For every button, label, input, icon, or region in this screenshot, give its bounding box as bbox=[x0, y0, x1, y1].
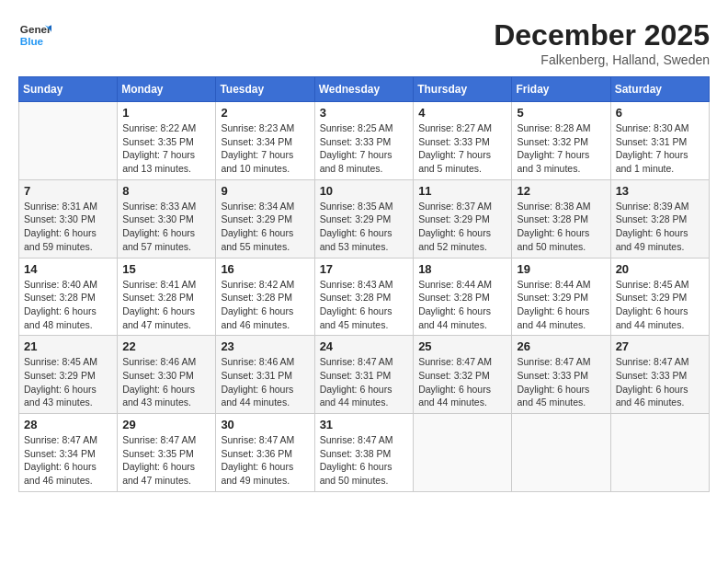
calendar-cell: 6Sunrise: 8:30 AM Sunset: 3:31 PM Daylig… bbox=[610, 102, 709, 180]
day-number: 14 bbox=[24, 262, 112, 276]
cell-content: Sunrise: 8:34 AM Sunset: 3:29 PM Dayligh… bbox=[221, 200, 309, 254]
calendar-cell: 9Sunrise: 8:34 AM Sunset: 3:29 PM Daylig… bbox=[216, 179, 314, 258]
cell-content: Sunrise: 8:27 AM Sunset: 3:33 PM Dayligh… bbox=[418, 121, 506, 176]
calendar-cell: 26Sunrise: 8:47 AM Sunset: 3:33 PM Dayli… bbox=[512, 336, 610, 414]
day-number: 30 bbox=[221, 418, 309, 431]
cell-content: Sunrise: 8:47 AM Sunset: 3:33 PM Dayligh… bbox=[517, 355, 605, 409]
header-friday: Friday bbox=[512, 77, 610, 102]
day-number: 23 bbox=[221, 339, 309, 353]
calendar-cell bbox=[610, 414, 709, 492]
day-number: 8 bbox=[122, 184, 210, 198]
day-number: 12 bbox=[517, 184, 605, 198]
page-header: General Blue December 2025 Falkenberg, H… bbox=[18, 18, 710, 67]
cell-content: Sunrise: 8:47 AM Sunset: 3:36 PM Dayligh… bbox=[221, 433, 309, 488]
day-number: 15 bbox=[122, 262, 210, 276]
calendar-cell: 30Sunrise: 8:47 AM Sunset: 3:36 PM Dayli… bbox=[216, 414, 314, 492]
cell-content: Sunrise: 8:43 AM Sunset: 3:28 PM Dayligh… bbox=[320, 278, 409, 332]
day-number: 29 bbox=[122, 418, 210, 431]
calendar-week-4: 21Sunrise: 8:45 AM Sunset: 3:29 PM Dayli… bbox=[19, 336, 710, 414]
month-title: December 2025 bbox=[494, 18, 710, 52]
calendar-cell: 20Sunrise: 8:45 AM Sunset: 3:29 PM Dayli… bbox=[610, 258, 709, 336]
cell-content: Sunrise: 8:44 AM Sunset: 3:29 PM Dayligh… bbox=[517, 278, 605, 332]
cell-content: Sunrise: 8:31 AM Sunset: 3:30 PM Dayligh… bbox=[24, 200, 112, 254]
svg-text:General: General bbox=[20, 23, 51, 35]
day-number: 5 bbox=[517, 106, 605, 120]
cell-content: Sunrise: 8:40 AM Sunset: 3:28 PM Dayligh… bbox=[24, 278, 112, 332]
calendar-cell: 3Sunrise: 8:25 AM Sunset: 3:33 PM Daylig… bbox=[314, 102, 414, 180]
calendar-cell bbox=[414, 414, 512, 492]
cell-content: Sunrise: 8:47 AM Sunset: 3:35 PM Dayligh… bbox=[122, 433, 210, 488]
cell-content: Sunrise: 8:30 AM Sunset: 3:31 PM Dayligh… bbox=[616, 121, 704, 176]
cell-content: Sunrise: 8:44 AM Sunset: 3:28 PM Dayligh… bbox=[418, 278, 506, 332]
header-tuesday: Tuesday bbox=[216, 77, 314, 102]
calendar-header-row: SundayMondayTuesdayWednesdayThursdayFrid… bbox=[19, 77, 710, 102]
calendar-cell: 13Sunrise: 8:39 AM Sunset: 3:28 PM Dayli… bbox=[610, 179, 709, 258]
calendar-cell: 17Sunrise: 8:43 AM Sunset: 3:28 PM Dayli… bbox=[314, 258, 414, 336]
day-number: 4 bbox=[418, 106, 506, 120]
header-thursday: Thursday bbox=[414, 77, 512, 102]
cell-content: Sunrise: 8:46 AM Sunset: 3:30 PM Dayligh… bbox=[122, 355, 210, 409]
cell-content: Sunrise: 8:41 AM Sunset: 3:28 PM Dayligh… bbox=[122, 278, 210, 332]
day-number: 24 bbox=[320, 339, 409, 353]
cell-content: Sunrise: 8:47 AM Sunset: 3:33 PM Dayligh… bbox=[616, 355, 704, 409]
day-number: 2 bbox=[221, 106, 309, 120]
cell-content: Sunrise: 8:46 AM Sunset: 3:31 PM Dayligh… bbox=[221, 355, 309, 409]
logo: General Blue bbox=[18, 18, 51, 52]
calendar-cell: 29Sunrise: 8:47 AM Sunset: 3:35 PM Dayli… bbox=[118, 414, 216, 492]
calendar-cell: 4Sunrise: 8:27 AM Sunset: 3:33 PM Daylig… bbox=[414, 102, 512, 180]
cell-content: Sunrise: 8:22 AM Sunset: 3:35 PM Dayligh… bbox=[122, 121, 210, 176]
calendar-cell: 12Sunrise: 8:38 AM Sunset: 3:28 PM Dayli… bbox=[512, 179, 610, 258]
calendar-cell: 11Sunrise: 8:37 AM Sunset: 3:29 PM Dayli… bbox=[414, 179, 512, 258]
calendar-week-5: 28Sunrise: 8:47 AM Sunset: 3:34 PM Dayli… bbox=[19, 414, 710, 492]
calendar-cell: 5Sunrise: 8:28 AM Sunset: 3:32 PM Daylig… bbox=[512, 102, 610, 180]
cell-content: Sunrise: 8:45 AM Sunset: 3:29 PM Dayligh… bbox=[24, 355, 112, 409]
cell-content: Sunrise: 8:25 AM Sunset: 3:33 PM Dayligh… bbox=[320, 121, 409, 176]
calendar-cell: 21Sunrise: 8:45 AM Sunset: 3:29 PM Dayli… bbox=[19, 336, 118, 414]
title-area: December 2025 Falkenberg, Halland, Swede… bbox=[494, 18, 710, 67]
location: Falkenberg, Halland, Sweden bbox=[494, 52, 710, 67]
day-number: 10 bbox=[320, 184, 409, 198]
day-number: 25 bbox=[418, 339, 506, 353]
day-number: 6 bbox=[616, 106, 704, 120]
calendar-cell: 22Sunrise: 8:46 AM Sunset: 3:30 PM Dayli… bbox=[118, 336, 216, 414]
calendar-cell: 23Sunrise: 8:46 AM Sunset: 3:31 PM Dayli… bbox=[216, 336, 314, 414]
cell-content: Sunrise: 8:45 AM Sunset: 3:29 PM Dayligh… bbox=[616, 278, 704, 332]
day-number: 16 bbox=[221, 262, 309, 276]
calendar-cell: 14Sunrise: 8:40 AM Sunset: 3:28 PM Dayli… bbox=[19, 258, 118, 336]
calendar-cell: 16Sunrise: 8:42 AM Sunset: 3:28 PM Dayli… bbox=[216, 258, 314, 336]
calendar-cell: 31Sunrise: 8:47 AM Sunset: 3:38 PM Dayli… bbox=[314, 414, 414, 492]
header-sunday: Sunday bbox=[19, 77, 118, 102]
day-number: 7 bbox=[24, 184, 112, 198]
calendar-cell: 7Sunrise: 8:31 AM Sunset: 3:30 PM Daylig… bbox=[19, 179, 118, 258]
calendar-cell bbox=[19, 102, 118, 180]
calendar-cell: 1Sunrise: 8:22 AM Sunset: 3:35 PM Daylig… bbox=[118, 102, 216, 180]
cell-content: Sunrise: 8:28 AM Sunset: 3:32 PM Dayligh… bbox=[517, 121, 605, 176]
day-number: 13 bbox=[616, 184, 704, 198]
day-number: 19 bbox=[517, 262, 605, 276]
day-number: 18 bbox=[418, 262, 506, 276]
calendar-cell: 18Sunrise: 8:44 AM Sunset: 3:28 PM Dayli… bbox=[414, 258, 512, 336]
logo-icon: General Blue bbox=[18, 18, 51, 52]
cell-content: Sunrise: 8:23 AM Sunset: 3:34 PM Dayligh… bbox=[221, 121, 309, 176]
calendar-cell: 8Sunrise: 8:33 AM Sunset: 3:30 PM Daylig… bbox=[118, 179, 216, 258]
calendar-cell bbox=[512, 414, 610, 492]
calendar-cell: 25Sunrise: 8:47 AM Sunset: 3:32 PM Dayli… bbox=[414, 336, 512, 414]
day-number: 27 bbox=[616, 339, 704, 353]
day-number: 1 bbox=[122, 106, 210, 120]
day-number: 28 bbox=[24, 418, 112, 431]
cell-content: Sunrise: 8:38 AM Sunset: 3:28 PM Dayligh… bbox=[517, 200, 605, 254]
calendar-cell: 2Sunrise: 8:23 AM Sunset: 3:34 PM Daylig… bbox=[216, 102, 314, 180]
day-number: 21 bbox=[24, 339, 112, 353]
calendar-table: SundayMondayTuesdayWednesdayThursdayFrid… bbox=[18, 76, 710, 492]
day-number: 22 bbox=[122, 339, 210, 353]
calendar-week-1: 1Sunrise: 8:22 AM Sunset: 3:35 PM Daylig… bbox=[19, 102, 710, 180]
day-number: 26 bbox=[517, 339, 605, 353]
svg-text:Blue: Blue bbox=[20, 35, 44, 47]
calendar-cell: 24Sunrise: 8:47 AM Sunset: 3:31 PM Dayli… bbox=[314, 336, 414, 414]
header-wednesday: Wednesday bbox=[314, 77, 414, 102]
header-saturday: Saturday bbox=[610, 77, 709, 102]
cell-content: Sunrise: 8:47 AM Sunset: 3:38 PM Dayligh… bbox=[320, 433, 409, 488]
calendar-cell: 10Sunrise: 8:35 AM Sunset: 3:29 PM Dayli… bbox=[314, 179, 414, 258]
calendar-week-2: 7Sunrise: 8:31 AM Sunset: 3:30 PM Daylig… bbox=[19, 179, 710, 258]
day-number: 31 bbox=[320, 418, 409, 431]
